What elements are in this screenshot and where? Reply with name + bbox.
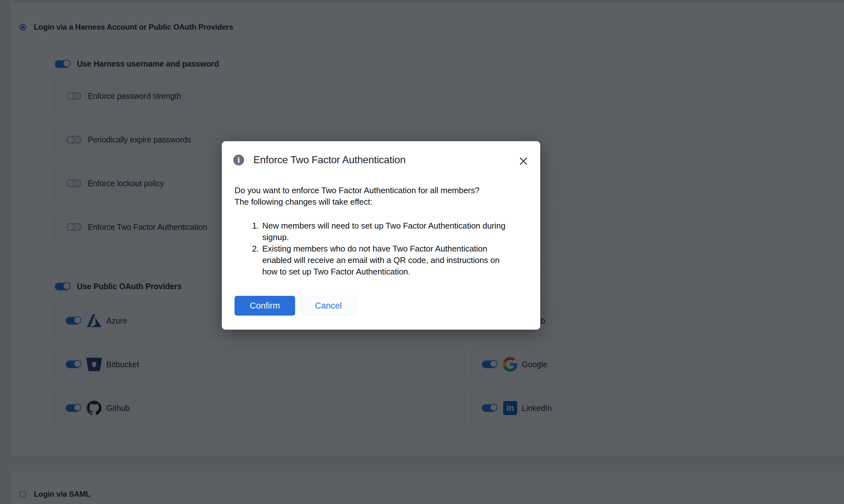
confirm-button[interactable]: Confirm (235, 296, 295, 316)
enforce-2fa-dialog: i Enforce Two Factor Authentication Do y… (222, 141, 540, 330)
cancel-button[interactable]: Cancel (300, 296, 357, 316)
dialog-list: 1. New members will need to set up Two F… (252, 220, 533, 277)
close-icon[interactable] (517, 155, 530, 167)
info-icon: i (233, 155, 244, 165)
dialog-title: Enforce Two Factor Authentication (253, 154, 406, 166)
dialog-header: i Enforce Two Factor Authentication (233, 154, 406, 166)
dialog-body-text: Do you want to enforce Two Factor Authen… (235, 184, 528, 208)
auth-settings-page: Login via a Harness Account or Public OA… (0, 0, 844, 504)
list-item: 1. New members will need to set up Two F… (252, 220, 533, 243)
dialog-button-row: Confirm Cancel (235, 296, 357, 316)
list-item: 2. Existing members who do not have Two … (252, 243, 533, 277)
